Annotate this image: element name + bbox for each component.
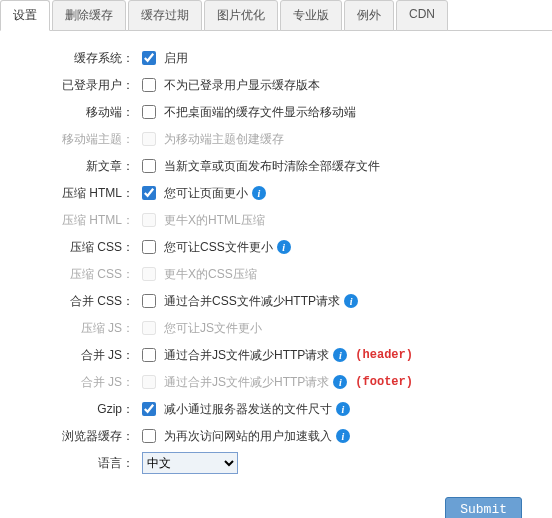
setting-row: 缓存系统：启用: [10, 47, 532, 69]
setting-label: 合并 CSS：: [10, 293, 142, 310]
info-icon[interactable]: i: [344, 294, 358, 308]
setting-checkbox[interactable]: [142, 240, 156, 254]
setting-checkbox[interactable]: [142, 105, 156, 119]
setting-row: Gzip：减小通过服务器发送的文件尺寸i: [10, 398, 532, 420]
setting-checkbox: [142, 267, 156, 281]
row-language: 语言： 中文: [10, 452, 532, 474]
setting-row: 压缩 CSS：更牛X的CSS压缩: [10, 263, 532, 285]
tab-4[interactable]: 专业版: [280, 0, 342, 31]
setting-checkbox: [142, 132, 156, 146]
setting-text: 不为已登录用户显示缓存版本: [164, 77, 320, 94]
setting-row: 压缩 CSS：您可让CSS文件更小i: [10, 236, 532, 258]
info-icon[interactable]: i: [277, 240, 291, 254]
tab-6[interactable]: CDN: [396, 0, 448, 31]
setting-row: 压缩 JS：您可让JS文件更小: [10, 317, 532, 339]
setting-row: 合并 JS：通过合并JS文件减少HTTP请求i(footer): [10, 371, 532, 393]
setting-row: 压缩 HTML：更牛X的HTML压缩: [10, 209, 532, 231]
language-label: 语言：: [10, 455, 142, 472]
submit-button[interactable]: Submit: [445, 497, 522, 518]
setting-row: 浏览器缓存：为再次访问网站的用户加速载入i: [10, 425, 532, 447]
setting-text: 通过合并JS文件减少HTTP请求: [164, 347, 329, 364]
setting-text: 减小通过服务器发送的文件尺寸: [164, 401, 332, 418]
setting-label: 压缩 CSS：: [10, 239, 142, 256]
setting-label: 新文章：: [10, 158, 142, 175]
tab-2[interactable]: 缓存过期: [128, 0, 202, 31]
marker-label: (footer): [355, 375, 413, 389]
setting-checkbox[interactable]: [142, 186, 156, 200]
setting-label: 压缩 HTML：: [10, 212, 142, 229]
setting-row: 压缩 HTML：您可让页面更小i: [10, 182, 532, 204]
tab-1[interactable]: 删除缓存: [52, 0, 126, 31]
setting-checkbox: [142, 375, 156, 389]
setting-checkbox[interactable]: [142, 402, 156, 416]
tab-5[interactable]: 例外: [344, 0, 394, 31]
setting-label: 已登录用户：: [10, 77, 142, 94]
setting-checkbox: [142, 213, 156, 227]
setting-label: 移动端：: [10, 104, 142, 121]
setting-row: 已登录用户：不为已登录用户显示缓存版本: [10, 74, 532, 96]
setting-checkbox[interactable]: [142, 348, 156, 362]
setting-checkbox[interactable]: [142, 51, 156, 65]
setting-label: 合并 JS：: [10, 347, 142, 364]
tab-0[interactable]: 设置: [0, 0, 50, 31]
setting-label: Gzip：: [10, 401, 142, 418]
info-icon[interactable]: i: [336, 429, 350, 443]
info-icon[interactable]: i: [333, 375, 347, 389]
setting-checkbox[interactable]: [142, 294, 156, 308]
setting-text: 通过合并JS文件减少HTTP请求: [164, 374, 329, 391]
setting-label: 压缩 CSS：: [10, 266, 142, 283]
setting-label: 移动端主题：: [10, 131, 142, 148]
setting-label: 压缩 HTML：: [10, 185, 142, 202]
setting-row: 移动端主题：为移动端主题创建缓存: [10, 128, 532, 150]
setting-label: 缓存系统：: [10, 50, 142, 67]
tab-3[interactable]: 图片优化: [204, 0, 278, 31]
info-icon[interactable]: i: [336, 402, 350, 416]
setting-row: 新文章：当新文章或页面发布时清除全部缓存文件: [10, 155, 532, 177]
setting-text: 您可让页面更小: [164, 185, 248, 202]
setting-checkbox[interactable]: [142, 429, 156, 443]
setting-checkbox[interactable]: [142, 159, 156, 173]
setting-row: 合并 JS：通过合并JS文件减少HTTP请求i(header): [10, 344, 532, 366]
setting-text: 更牛X的HTML压缩: [164, 212, 265, 229]
setting-text: 通过合并CSS文件减少HTTP请求: [164, 293, 340, 310]
info-icon[interactable]: i: [333, 348, 347, 362]
setting-text: 当新文章或页面发布时清除全部缓存文件: [164, 158, 380, 175]
setting-checkbox: [142, 321, 156, 335]
setting-text: 您可让CSS文件更小: [164, 239, 273, 256]
setting-label: 压缩 JS：: [10, 320, 142, 337]
marker-label: (header): [355, 348, 413, 362]
setting-text: 您可让JS文件更小: [164, 320, 262, 337]
info-icon[interactable]: i: [252, 186, 266, 200]
setting-text: 为移动端主题创建缓存: [164, 131, 284, 148]
setting-text: 更牛X的CSS压缩: [164, 266, 257, 283]
setting-label: 浏览器缓存：: [10, 428, 142, 445]
setting-text: 为再次访问网站的用户加速载入: [164, 428, 332, 445]
setting-checkbox[interactable]: [142, 78, 156, 92]
setting-label: 合并 JS：: [10, 374, 142, 391]
setting-row: 移动端：不把桌面端的缓存文件显示给移动端: [10, 101, 532, 123]
setting-text: 启用: [164, 50, 188, 67]
setting-row: 合并 CSS：通过合并CSS文件减少HTTP请求i: [10, 290, 532, 312]
language-select[interactable]: 中文: [142, 452, 238, 474]
setting-text: 不把桌面端的缓存文件显示给移动端: [164, 104, 356, 121]
